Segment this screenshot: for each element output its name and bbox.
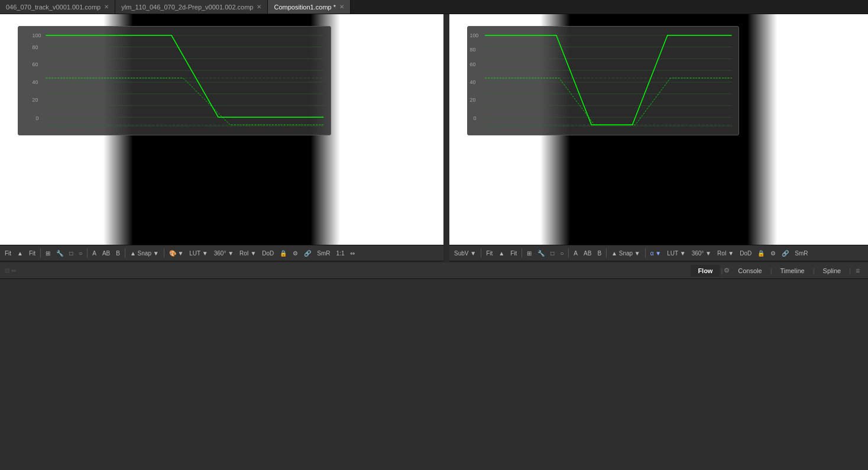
sep-r3 [568,248,569,258]
flow-canvas[interactable]: ▶ Rectangle1 Background1 ▶ Background... [0,279,868,470]
toolbar-swap[interactable]: ⇔ [348,250,357,257]
sep-flow3: | [812,267,816,274]
viewer-split [443,14,449,262]
toolbar-a-r[interactable]: A [571,250,580,257]
toolbar-rect[interactable]: □ [67,250,75,257]
svg-text:20: 20 [33,97,38,103]
tab-1[interactable]: 046_070_track_v0001.001.comp ✕ [0,0,115,14]
toolbar-left: Fit ▲ Fit ⊞ 🔧 □ ○ A ΑB B ▲ Snap ▼ 🎨 ▼ LU… [0,245,443,261]
sep-flow1: | [720,267,724,274]
toolbar-roi-r[interactable]: RoI ▼ [715,250,736,257]
sep3 [125,248,125,258]
svg-text:40: 40 [469,79,475,85]
toolbar-snap[interactable]: ▲ Snap ▼ [128,250,161,257]
grad-right-right [762,14,868,245]
toolbar-dod[interactable]: DoD [260,250,276,257]
sep-r4 [606,248,607,258]
svg-text:100: 100 [33,33,41,38]
tab-bar: 046_070_track_v0001.001.comp ✕ ylm_110_0… [0,0,868,14]
tab-1-label: 046_070_track_v0001.001.comp [6,4,101,11]
svg-text:80: 80 [469,47,475,53]
toolbar-arrow-r[interactable]: ▲ [496,250,507,257]
sep-r1 [481,248,481,258]
flow-section: ⊡ ⇔ Flow | ⚙ Console | Timeline | Spline… [0,262,868,470]
tab-3-close[interactable]: ✕ [339,4,344,10]
flow-more-button[interactable]: ≡ [852,267,863,275]
toolbar-fit2-r[interactable]: Fit [508,250,519,257]
toolbar-subv[interactable]: SubV ▼ [452,250,478,257]
toolbar-alpha-r[interactable]: α ▼ [648,250,663,257]
svg-text:0: 0 [473,115,476,121]
viewer-left[interactable]: 100 80 60 40 20 0 [0,14,443,262]
sep1 [40,248,41,258]
toolbar-b-r[interactable]: B [595,250,604,257]
toolbar-link[interactable]: 🔗 [302,250,313,257]
toolbar-fit2-left[interactable]: Fit [27,250,38,257]
console-icon: ⚙ [724,267,730,274]
toolbar-tool[interactable]: 🔧 [54,250,66,257]
svg-text:60: 60 [469,61,475,67]
toolbar-color[interactable]: 🎨 ▼ [167,250,186,257]
viewer-area: 100 80 60 40 20 0 [0,14,868,262]
sep-r2 [522,248,522,258]
toolbar-settings-r[interactable]: ⚙ [768,250,778,257]
toolbar-roi[interactable]: RoI ▼ [237,250,258,257]
toolbar-lut[interactable]: LUT ▼ [187,250,210,257]
svg-text:20: 20 [469,97,475,103]
grad-center-right-right [747,14,777,245]
toolbar-circle-r[interactable]: ○ [558,250,566,257]
flow-tab-bar: ⊡ ⇔ Flow | ⚙ Console | Timeline | Spline… [0,262,868,279]
toolbar-right: SubV ▼ Fit ▲ Fit ⊞ 🔧 □ ○ A ΑB B ▲ Snap ▼… [449,245,868,261]
flow-tab-timeline[interactable]: Timeline [773,265,812,277]
flow-panel-icons: ⊡ ⇔ [5,267,16,274]
toolbar-smr-r[interactable]: SmR [792,250,810,257]
toolbar-fit-left[interactable]: Fit [2,250,14,257]
flow-tab-spline[interactable]: Spline [816,265,848,277]
sep-r5 [645,248,646,258]
tab-2-close[interactable]: ✕ [257,4,261,10]
toolbar-circle[interactable]: ○ [76,250,85,257]
toolbar-smr[interactable]: SmR [315,250,332,257]
graph-panel-right: 100 80 60 40 20 0 [467,26,739,135]
toolbar-360-r[interactable]: 360° ▼ [689,250,714,257]
tab-2[interactable]: ylm_110_046_070_2d-Prep_v0001.002.comp ✕ [115,0,268,14]
flow-tab-console[interactable]: Console [731,265,769,277]
toolbar-lock-r[interactable]: 🔒 [755,250,767,257]
tab-3-label: Composition1.comp * [274,4,336,11]
tab-3[interactable]: Composition1.comp * ✕ [268,0,351,14]
toolbar-dod-r[interactable]: DoD [737,250,754,257]
flow-tab-flow[interactable]: Flow [691,265,720,277]
toolbar-lock[interactable]: 🔒 [277,250,289,257]
toolbar-grid-r[interactable]: ⊞ [524,250,534,257]
toolbar-lut-r[interactable]: LUT ▼ [665,250,688,257]
preview-right: 100 80 60 40 20 0 [449,14,868,245]
toolbar-b[interactable]: B [114,250,122,257]
tab-1-close[interactable]: ✕ [104,4,109,10]
viewer-label-right: Background1_1 ▼ [449,261,868,262]
sep4 [164,248,164,258]
toolbar-ab-r[interactable]: ΑB [581,250,594,257]
toolbar-link-r[interactable]: 🔗 [779,250,791,257]
svg-text:40: 40 [33,79,38,85]
toolbar-arrow-left[interactable]: ▲ [15,250,25,257]
graph-panel-left: 100 80 60 40 20 0 [18,26,331,135]
sep-flow2: | [769,267,773,274]
toolbar-fit-r[interactable]: Fit [484,250,495,257]
flow-connections [0,279,868,470]
preview-left: 100 80 60 40 20 0 [0,14,443,245]
svg-text:100: 100 [469,33,478,38]
toolbar-grid[interactable]: ⊞ [43,250,53,257]
toolbar-360[interactable]: 360° ▼ [212,250,236,257]
toolbar-tool-r[interactable]: 🔧 [535,250,547,257]
toolbar-ratio[interactable]: 1:1 [334,250,347,257]
toolbar-rect-r[interactable]: □ [548,250,556,257]
sep2 [87,248,88,258]
svg-text:60: 60 [33,61,38,67]
toolbar-settings[interactable]: ⚙ [290,250,300,257]
toolbar-snap-r[interactable]: ▲ Snap ▼ [609,250,643,257]
svg-text:80: 80 [33,44,38,50]
grad-right [337,14,443,245]
toolbar-ab[interactable]: ΑB [100,250,112,257]
viewer-right[interactable]: 100 80 60 40 20 0 [449,14,868,262]
toolbar-a[interactable]: A [90,250,99,257]
